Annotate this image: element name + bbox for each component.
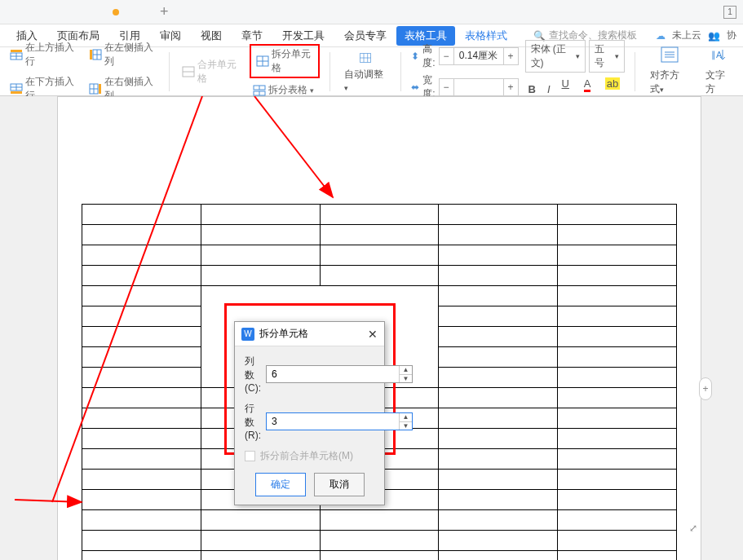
chevron-down-icon: ▾ — [344, 84, 348, 92]
cols-up-button[interactable]: ▲ — [400, 366, 412, 375]
height-label: 高度: — [422, 42, 435, 70]
merge-before-checkbox-row: 拆分前合并单元格(M) — [245, 449, 374, 463]
cloud-status[interactable]: 未上云 — [672, 29, 701, 42]
alignment-label: 对齐方式 — [650, 69, 679, 95]
cols-field[interactable] — [267, 366, 399, 382]
menu-member[interactable]: 会员专享 — [334, 25, 396, 46]
svg-text:∥A: ∥A — [711, 50, 723, 60]
svg-rect-7 — [11, 91, 22, 94]
insert-row-below-icon — [10, 83, 23, 95]
cancel-button[interactable]: 取消 — [314, 473, 365, 496]
width-increase-button[interactable]: + — [503, 79, 518, 95]
merge-before-checkbox — [245, 451, 255, 461]
rows-field[interactable] — [267, 413, 399, 430]
table-row — [82, 225, 677, 245]
auto-adjust-icon — [356, 50, 375, 66]
chevron-down-icon: ▾ — [615, 52, 619, 60]
text-direction-label: 文字方 — [705, 68, 732, 96]
height-spinner[interactable]: − 0.14厘米 + — [439, 47, 519, 65]
svg-rect-15 — [99, 84, 101, 94]
chevron-down-icon: ▾ — [576, 52, 580, 60]
titlebar: + 1 — [0, 0, 743, 24]
font-family-select[interactable]: 宋体 (正文) ▾ — [525, 40, 586, 73]
height-decrease-button[interactable]: − — [440, 48, 454, 64]
table-row — [82, 266, 677, 286]
cols-input[interactable]: ▲▼ — [266, 365, 413, 383]
dialog-titlebar[interactable]: W 拆分单元格 ✕ — [235, 322, 384, 346]
collaborate-label: 协 — [727, 29, 736, 42]
dialog-title-text: 拆分单元格 — [259, 327, 308, 341]
font-size-select[interactable]: 五号 ▾ — [589, 40, 624, 73]
merge-before-label: 拆分前合并单元格(M) — [260, 449, 353, 463]
cols-label: 列数(C): — [245, 355, 261, 394]
table-row — [82, 286, 677, 306]
height-value: 0.14厘米 — [454, 49, 503, 63]
text-direction-button[interactable]: ∥A 文字方 — [701, 45, 736, 98]
split-cells-label: 拆分单元格 — [272, 47, 313, 75]
svg-rect-3 — [11, 50, 22, 52]
insert-row-above-label: 在上方插入行 — [25, 41, 76, 68]
table-row — [82, 551, 677, 561]
table-row — [82, 245, 677, 266]
collaborate-icon[interactable]: 👥 — [708, 30, 720, 42]
insert-col-left-button[interactable]: 在左侧插入列 — [86, 39, 158, 70]
window-button[interactable]: 1 — [723, 6, 736, 19]
width-lock-icon: ⬌ — [411, 82, 419, 93]
add-col-button[interactable]: + — [699, 377, 712, 400]
split-cells-dialog: W 拆分单元格 ✕ 列数(C): ▲▼ 行数(R): ▲▼ 拆分 — [234, 321, 385, 505]
rows-label: 行数(R): — [245, 402, 261, 441]
chevron-down-icon: ▾ — [310, 86, 314, 95]
rows-input[interactable]: ▲▼ — [266, 412, 413, 430]
auto-adjust-button[interactable]: 自动调整 ▾ — [339, 48, 391, 95]
alignment-button[interactable]: 对齐方式▾ — [645, 45, 694, 98]
width-spinner[interactable]: − + — [439, 78, 519, 96]
ribbon: 在上方插入行 在下方插入行 在左侧插入列 在右侧插入列 合并单元格 拆分单元格 … — [0, 47, 743, 96]
alignment-icon — [661, 46, 679, 67]
menu-view[interactable]: 视图 — [191, 25, 232, 46]
menu-dev-tools[interactable]: 开发工具 — [272, 25, 334, 46]
table-row — [82, 205, 677, 225]
split-cells-icon — [256, 55, 269, 67]
font-size-value: 五号 — [595, 42, 611, 70]
table-row — [82, 510, 677, 531]
merge-cells-icon — [182, 66, 195, 77]
height-lock-icon: ⬍ — [411, 51, 419, 62]
italic-button[interactable]: I — [544, 82, 554, 97]
insert-row-above-button[interactable]: 在上方插入行 — [7, 39, 79, 70]
merge-cells-button[interactable]: 合并单元格 — [179, 56, 242, 87]
height-increase-button[interactable]: + — [503, 48, 518, 64]
insert-col-right-icon — [89, 83, 102, 95]
insert-col-left-icon — [89, 49, 102, 60]
svg-rect-11 — [90, 50, 92, 60]
font-family-value: 宋体 (正文) — [531, 42, 573, 70]
app-logo-icon: W — [241, 328, 254, 341]
dialog-close-button[interactable]: ✕ — [368, 328, 378, 341]
modified-dot-icon — [113, 9, 119, 15]
auto-adjust-label: 自动调整 — [344, 68, 383, 80]
new-tab-button[interactable]: + — [160, 3, 169, 20]
rows-up-button[interactable]: ▲ — [400, 413, 412, 422]
insert-row-above-icon — [10, 49, 23, 60]
rows-down-button[interactable]: ▼ — [400, 422, 412, 430]
split-cells-button[interactable]: 拆分单元格 — [250, 44, 320, 78]
split-table-icon — [253, 85, 266, 96]
workspace: W 拆分单元格 ✕ 列数(C): ▲▼ 行数(R): ▲▼ 拆分 — [0, 96, 743, 560]
text-direction-icon: ∥A — [710, 46, 728, 67]
split-table-label: 拆分表格 — [268, 83, 307, 97]
cols-down-button[interactable]: ▼ — [400, 375, 412, 383]
table-row — [82, 531, 677, 551]
insert-col-left-label: 在左侧插入列 — [104, 41, 155, 68]
expand-icon[interactable]: ⤢ — [686, 521, 701, 536]
ok-button[interactable]: 确定 — [255, 473, 306, 496]
bold-button[interactable]: B — [525, 82, 539, 97]
width-decrease-button[interactable]: − — [440, 79, 454, 95]
menu-chapter[interactable]: 章节 — [232, 25, 272, 46]
cloud-icon: ☁ — [656, 30, 666, 42]
merge-cells-label: 合并单元格 — [197, 58, 239, 86]
